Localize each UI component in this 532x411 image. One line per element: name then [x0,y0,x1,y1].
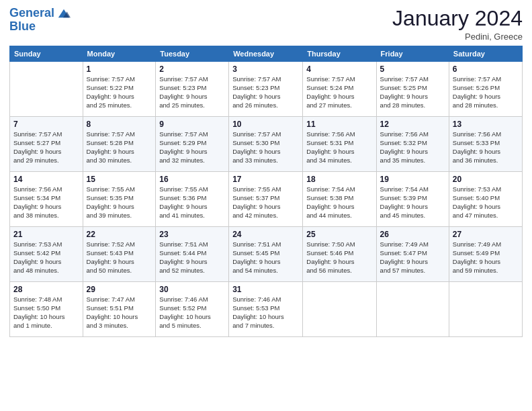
week-row-1: 1Sunrise: 7:57 AM Sunset: 5:22 PM Daylig… [10,62,523,117]
day-number: 29 [87,285,152,294]
day-number: 27 [453,230,519,239]
day-number: 10 [232,120,299,129]
day-number: 12 [380,120,445,129]
month-title: January 2024 [392,7,523,30]
day-info: Sunrise: 7:57 AM Sunset: 5:27 PM Dayligh… [13,130,79,165]
col-header-sunday: Sunday [10,46,83,62]
day-cell: 12Sunrise: 7:56 AM Sunset: 5:32 PM Dayli… [376,117,449,172]
day-cell: 10Sunrise: 7:57 AM Sunset: 5:30 PM Dayli… [229,117,303,172]
day-info: Sunrise: 7:51 AM Sunset: 5:44 PM Dayligh… [159,240,225,275]
day-cell: 6Sunrise: 7:57 AM Sunset: 5:26 PM Daylig… [449,62,522,117]
day-cell: 29Sunrise: 7:47 AM Sunset: 5:51 PM Dayli… [83,282,156,337]
day-number: 26 [380,230,445,239]
day-info: Sunrise: 7:57 AM Sunset: 5:30 PM Dayligh… [232,130,299,165]
logo: General Blue [9,7,71,32]
day-cell: 31Sunrise: 7:46 AM Sunset: 5:53 PM Dayli… [229,282,303,337]
day-info: Sunrise: 7:47 AM Sunset: 5:51 PM Dayligh… [87,295,152,330]
day-info: Sunrise: 7:54 AM Sunset: 5:39 PM Dayligh… [380,185,445,220]
day-number: 28 [13,285,79,294]
day-cell: 18Sunrise: 7:54 AM Sunset: 5:38 PM Dayli… [303,172,376,227]
day-number: 19 [380,175,445,184]
day-cell: 23Sunrise: 7:51 AM Sunset: 5:44 PM Dayli… [156,227,229,282]
day-cell: 8Sunrise: 7:57 AM Sunset: 5:28 PM Daylig… [83,117,156,172]
day-number: 13 [453,120,519,129]
page: General Blue January 2024 Pedini, Greece… [0,0,532,411]
day-info: Sunrise: 7:56 AM Sunset: 5:31 PM Dayligh… [306,130,372,165]
day-info: Sunrise: 7:46 AM Sunset: 5:52 PM Dayligh… [159,295,225,330]
day-number: 24 [232,230,299,239]
col-header-friday: Friday [376,46,449,62]
day-cell: 11Sunrise: 7:56 AM Sunset: 5:31 PM Dayli… [303,117,376,172]
day-info: Sunrise: 7:57 AM Sunset: 5:23 PM Dayligh… [159,75,225,109]
day-number: 5 [380,64,445,74]
day-info: Sunrise: 7:55 AM Sunset: 5:37 PM Dayligh… [232,185,299,220]
day-info: Sunrise: 7:55 AM Sunset: 5:36 PM Dayligh… [159,185,225,220]
day-info: Sunrise: 7:53 AM Sunset: 5:40 PM Dayligh… [453,185,519,220]
day-cell: 17Sunrise: 7:55 AM Sunset: 5:37 PM Dayli… [229,172,303,227]
day-number: 20 [453,175,519,184]
day-cell: 5Sunrise: 7:57 AM Sunset: 5:25 PM Daylig… [376,62,449,117]
day-cell: 1Sunrise: 7:57 AM Sunset: 5:22 PM Daylig… [83,62,156,117]
day-cell: 14Sunrise: 7:56 AM Sunset: 5:34 PM Dayli… [10,172,83,227]
day-number: 30 [159,285,225,294]
day-info: Sunrise: 7:52 AM Sunset: 5:43 PM Dayligh… [87,240,152,275]
day-info: Sunrise: 7:51 AM Sunset: 5:45 PM Dayligh… [232,240,299,275]
day-cell: 26Sunrise: 7:49 AM Sunset: 5:47 PM Dayli… [376,227,449,282]
day-info: Sunrise: 7:57 AM Sunset: 5:23 PM Dayligh… [232,75,299,109]
day-cell: 30Sunrise: 7:46 AM Sunset: 5:52 PM Dayli… [156,282,229,337]
day-cell: 13Sunrise: 7:56 AM Sunset: 5:33 PM Dayli… [449,117,522,172]
day-info: Sunrise: 7:56 AM Sunset: 5:33 PM Dayligh… [453,130,519,165]
day-number: 4 [306,64,372,74]
day-number: 23 [159,230,225,239]
day-info: Sunrise: 7:56 AM Sunset: 5:34 PM Dayligh… [13,185,79,220]
day-number: 7 [13,120,79,129]
col-header-thursday: Thursday [303,46,376,62]
title-block: January 2024 Pedini, Greece [392,7,523,42]
day-number: 16 [159,175,225,184]
day-info: Sunrise: 7:55 AM Sunset: 5:35 PM Dayligh… [87,185,152,220]
day-cell: 24Sunrise: 7:51 AM Sunset: 5:45 PM Dayli… [229,227,303,282]
day-cell: 22Sunrise: 7:52 AM Sunset: 5:43 PM Dayli… [83,227,156,282]
day-cell: 16Sunrise: 7:55 AM Sunset: 5:36 PM Dayli… [156,172,229,227]
col-header-monday: Monday [83,46,156,62]
day-number: 14 [13,175,79,184]
day-number: 22 [87,230,152,239]
day-cell: 9Sunrise: 7:57 AM Sunset: 5:29 PM Daylig… [156,117,229,172]
day-cell: 19Sunrise: 7:54 AM Sunset: 5:39 PM Dayli… [376,172,449,227]
day-info: Sunrise: 7:53 AM Sunset: 5:42 PM Dayligh… [13,240,79,275]
week-row-3: 14Sunrise: 7:56 AM Sunset: 5:34 PM Dayli… [10,172,523,227]
day-cell: 15Sunrise: 7:55 AM Sunset: 5:35 PM Dayli… [83,172,156,227]
week-row-2: 7Sunrise: 7:57 AM Sunset: 5:27 PM Daylig… [10,117,523,172]
day-number: 15 [87,175,152,184]
calendar-table: SundayMondayTuesdayWednesdayThursdayFrid… [9,46,523,337]
logo-icon [57,7,71,19]
day-cell: 21Sunrise: 7:53 AM Sunset: 5:42 PM Dayli… [10,227,83,282]
day-number: 25 [306,230,372,239]
day-info: Sunrise: 7:57 AM Sunset: 5:25 PM Dayligh… [380,75,445,109]
header: General Blue January 2024 Pedini, Greece [9,7,523,42]
day-cell [449,282,522,337]
day-number: 2 [159,64,225,74]
col-header-tuesday: Tuesday [156,46,229,62]
day-cell: 2Sunrise: 7:57 AM Sunset: 5:23 PM Daylig… [156,62,229,117]
day-cell [303,282,376,337]
day-info: Sunrise: 7:46 AM Sunset: 5:53 PM Dayligh… [232,295,299,330]
day-info: Sunrise: 7:57 AM Sunset: 5:28 PM Dayligh… [87,130,152,165]
day-info: Sunrise: 7:54 AM Sunset: 5:38 PM Dayligh… [306,185,372,220]
day-info: Sunrise: 7:57 AM Sunset: 5:24 PM Dayligh… [306,75,372,109]
day-info: Sunrise: 7:50 AM Sunset: 5:46 PM Dayligh… [306,240,372,275]
day-cell [10,62,83,117]
col-header-saturday: Saturday [449,46,522,62]
day-number: 6 [453,64,519,74]
day-number: 31 [232,285,299,294]
day-info: Sunrise: 7:49 AM Sunset: 5:47 PM Dayligh… [380,240,445,275]
logo-blue: Blue [9,20,71,32]
day-number: 3 [232,64,299,74]
day-cell: 25Sunrise: 7:50 AM Sunset: 5:46 PM Dayli… [303,227,376,282]
day-number: 8 [87,120,152,129]
day-number: 21 [13,230,79,239]
day-cell [376,282,449,337]
day-cell: 27Sunrise: 7:49 AM Sunset: 5:49 PM Dayli… [449,227,522,282]
day-number: 11 [306,120,372,129]
week-row-5: 28Sunrise: 7:48 AM Sunset: 5:50 PM Dayli… [10,282,523,337]
